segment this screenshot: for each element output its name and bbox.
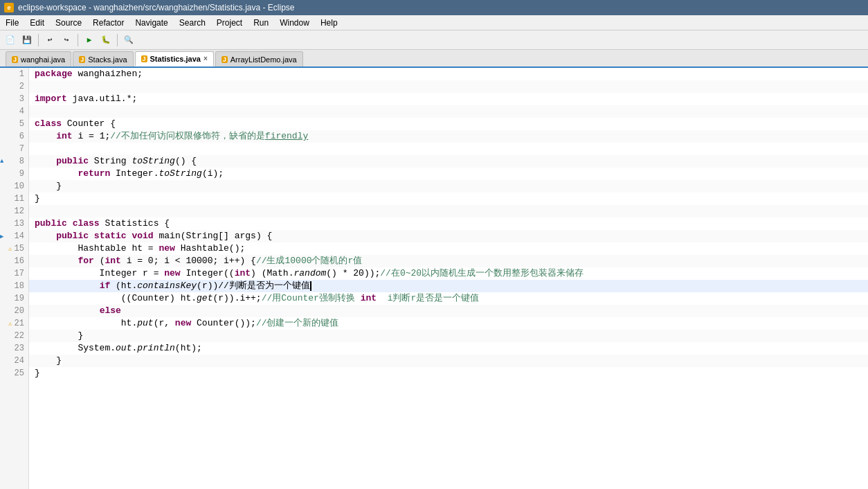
tab-label: ArrayListDemo.java <box>230 55 297 64</box>
token: } <box>35 330 83 342</box>
token: (ht); <box>175 342 202 355</box>
java-file-icon: J <box>141 55 147 62</box>
code-line-12 <box>29 205 868 217</box>
code-area[interactable]: package wanghaizhen;import java.util.*;c… <box>29 68 868 489</box>
code-line-2 <box>29 80 868 93</box>
code-line-25: } <box>29 367 868 380</box>
code-line-14: public static void main(String[] args) { <box>29 230 868 242</box>
token: } <box>35 355 62 367</box>
token: ( <box>94 255 105 267</box>
token: else <box>100 305 121 317</box>
gutter-row-6: 6 <box>0 130 28 143</box>
code-line-6: int i = 1;//不加任何访问权限修饰符，缺省的是firendly <box>29 130 868 143</box>
tab-Stacks-java[interactable]: JStacks.java <box>73 51 133 66</box>
token: (r, <box>154 317 175 330</box>
token: containsKey <box>137 280 197 292</box>
token: () * 20)); <box>326 267 380 280</box>
gutter-row-23: 23 <box>0 342 28 355</box>
java-file-icon: J <box>79 56 85 63</box>
code-line-23: System.out.println(ht); <box>29 342 868 355</box>
token: System. <box>35 342 116 355</box>
gutter-row-2: 2 <box>0 80 28 93</box>
tab-Statistics-java[interactable]: JStatistics.java× <box>135 51 214 66</box>
token: ht. <box>35 317 137 330</box>
gutter-row-7: 7 <box>0 143 28 155</box>
token: (r))//判断是否为一个键值 <box>197 280 310 292</box>
toolbar-btn-debug[interactable]: 🐛 <box>98 33 114 48</box>
code-line-18: if (ht.containsKey(r))//判断是否为一个键值 <box>29 280 868 292</box>
token: i判断r是否是一个键值 <box>377 292 479 305</box>
menu-item-file[interactable]: File <box>0 15 24 30</box>
token: public <box>56 155 89 168</box>
token: } <box>35 367 40 380</box>
menu-item-navigate[interactable]: Navigate <box>129 15 173 30</box>
menu-item-edit[interactable]: Edit <box>24 15 50 30</box>
token: //在0~20以内随机生成一个数用整形包装器来储存 <box>380 267 584 280</box>
gutter-row-18: 18 <box>0 280 28 292</box>
toolbar-btn-undo[interactable]: ↩ <box>42 33 57 48</box>
toolbar-btn-redo[interactable]: ↪ <box>59 33 74 48</box>
gutter-row-5: 5 <box>0 118 28 130</box>
token: java.util.*; <box>67 93 137 105</box>
menu-item-help[interactable]: Help <box>315 15 343 30</box>
token: out <box>116 342 132 355</box>
gutter-row-25: 25 <box>0 367 28 380</box>
token <box>35 280 100 292</box>
token: (i); <box>202 168 224 180</box>
token: class <box>73 217 100 230</box>
title-bar: e eclipse-workspace - wanghaizhen/src/wa… <box>0 0 868 15</box>
token: public <box>35 217 67 230</box>
token: toString <box>159 168 201 180</box>
menu-item-search[interactable]: Search <box>174 15 211 30</box>
gutter-row-16: 16 <box>0 255 28 267</box>
token: class <box>35 118 62 130</box>
token: (ht. <box>110 280 137 292</box>
token: println <box>137 342 175 355</box>
code-line-11: } <box>29 193 868 205</box>
menu-item-run[interactable]: Run <box>248 15 274 30</box>
token <box>35 155 56 168</box>
code-line-5: class Counter { <box>29 118 868 130</box>
gutter-row-14: 14 <box>0 230 28 242</box>
java-file-icon: J <box>221 56 228 63</box>
toolbar-btn-new[interactable]: 📄 <box>3 33 18 48</box>
token: for <box>78 255 93 267</box>
menu-item-refactor[interactable]: Refactor <box>87 15 129 30</box>
token: //用Counter强制转换 <box>262 292 361 305</box>
gutter-row-9: 9 <box>0 168 28 180</box>
toolbar-btn-search[interactable]: 🔍 <box>121 33 136 48</box>
token: ((Counter) ht. <box>35 292 197 305</box>
code-line-20: else <box>29 305 868 317</box>
tab-wanghai-java[interactable]: Jwanghai.java <box>6 51 71 66</box>
token: int <box>56 130 72 143</box>
code-line-16: for (int i = 0; i < 10000; i++) {//生成100… <box>29 255 868 267</box>
code-line-1: package wanghaizhen; <box>29 68 868 80</box>
token: i = 1; <box>73 130 111 143</box>
toolbar-sep-3 <box>117 34 118 46</box>
code-line-3: import java.util.*; <box>29 93 868 105</box>
token <box>35 255 78 267</box>
line-number-gutter: 1234567891011121314151617181920212223242… <box>0 68 29 489</box>
toolbar-btn-save[interactable]: 💾 <box>19 33 35 48</box>
gutter-row-11: 11 <box>0 193 28 205</box>
token: ) (Math. <box>251 267 293 280</box>
token: put <box>137 317 153 330</box>
toolbar-btn-run[interactable]: ▶ <box>82 33 97 48</box>
token: toString <box>132 155 174 168</box>
code-line-13: public class Statistics { <box>29 217 868 230</box>
token <box>89 230 94 242</box>
gutter-row-13: 13 <box>0 217 28 230</box>
token: return <box>78 168 110 180</box>
tab-close-btn[interactable]: × <box>204 55 208 62</box>
tab-ArrayListDemo-java[interactable]: JArrayListDemo.java <box>215 51 303 66</box>
gutter-row-21: 21 <box>0 317 28 330</box>
token: String <box>89 155 132 168</box>
menu-item-project[interactable]: Project <box>211 15 248 30</box>
menu-item-source[interactable]: Source <box>50 15 87 30</box>
token <box>127 230 132 242</box>
token: //生成10000个随机的r值 <box>256 255 362 267</box>
menu-item-window[interactable]: Window <box>274 15 315 30</box>
gutter-row-1: 1 <box>0 68 28 80</box>
token: int <box>361 292 377 305</box>
code-line-9: return Integer.toString(i); <box>29 168 868 180</box>
